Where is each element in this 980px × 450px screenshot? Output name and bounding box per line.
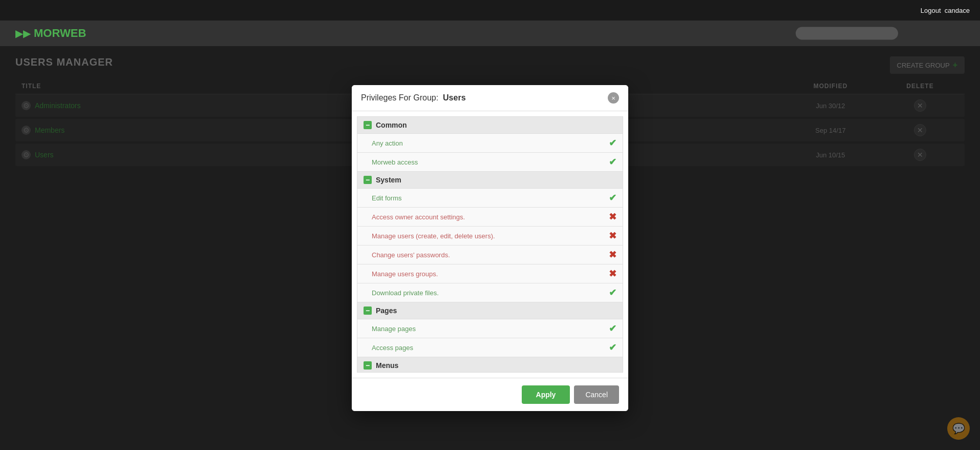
top-bar: Logout candace [0,0,980,21]
section-minus-icon[interactable]: − [364,306,372,315]
privileges-modal: Privileges For Group: Users × − Common A… [352,85,628,411]
cancel-button[interactable]: Cancel [574,385,619,404]
privilege-label: Download private files. [372,289,439,297]
cross-icon: ✖ [609,249,616,260]
logo-text-1: MOR [34,27,60,39]
section-header: − Menus [357,357,623,373]
username-label: candace [945,7,970,14]
search-input[interactable] [796,27,898,40]
privilege-item[interactable]: Download private files. ✔ [357,283,623,302]
privilege-item[interactable]: Any action ✔ [357,134,623,153]
privileges-list[interactable]: − Common Any action ✔ Morweb access ✔ − … [357,116,623,373]
check-icon: ✔ [609,287,616,298]
nav-bar: ▶▶ MORWEB [0,21,980,46]
check-icon: ✔ [609,156,616,168]
check-icon: ✔ [609,342,616,353]
privilege-label: Access pages [372,344,413,352]
privilege-label: Change users' passwords. [372,251,450,259]
cross-icon: ✖ [609,230,616,241]
modal-body: − Common Any action ✔ Morweb access ✔ − … [352,111,628,378]
modal-title: Privileges For Group: Users [361,93,466,103]
privilege-item[interactable]: Access owner account settings. ✖ [357,208,623,227]
privilege-item[interactable]: Manage users groups. ✖ [357,264,623,283]
modal-close-button[interactable]: × [608,92,619,104]
section-name: Menus [376,361,398,370]
privilege-label: Manage users (create, edit, delete users… [372,232,495,240]
section-minus-icon[interactable]: − [364,176,372,184]
check-icon: ✔ [609,323,616,334]
cross-icon: ✖ [609,268,616,279]
section-minus-icon[interactable]: − [364,361,372,370]
privilege-item[interactable]: Manage pages ✔ [357,319,623,338]
section-header: − System [357,172,623,189]
modal-header: Privileges For Group: Users × [352,85,628,111]
modal-overlay: Privileges For Group: Users × − Common A… [0,46,980,450]
cross-icon: ✖ [609,211,616,222]
check-icon: ✔ [609,137,616,149]
main-content: USERS Manager CREATE GROUP + TITLE MODIF… [0,46,980,450]
section-name: System [376,176,401,184]
section-header: − Pages [357,302,623,319]
logo: ▶▶ MORWEB [15,27,86,40]
check-icon: ✔ [609,192,616,203]
privilege-item[interactable]: Manage users (create, edit, delete users… [357,227,623,246]
privilege-label: Manage users groups. [372,270,438,278]
logout-text: Logout candace [921,7,970,14]
privilege-item[interactable]: Morweb access ✔ [357,153,623,172]
privilege-label: Morweb access [372,158,418,166]
privilege-item[interactable]: Change users' passwords. ✖ [357,246,623,264]
privilege-item[interactable]: Access pages ✔ [357,338,623,357]
logo-text-2: WEB [60,27,86,39]
logout-label: Logout [921,7,941,14]
modal-group-name: Users [443,93,465,102]
privilege-item[interactable]: Edit forms ✔ [357,189,623,208]
modal-footer: Apply Cancel [352,378,628,411]
section-header: − Common [357,117,623,134]
modal-title-prefix: Privileges For Group: [361,93,438,102]
privilege-label: Manage pages [372,325,416,333]
apply-button[interactable]: Apply [522,385,570,404]
logo-text: MORWEB [34,27,86,40]
section-name: Pages [376,306,397,315]
privilege-label: Any action [372,139,403,147]
section-minus-icon[interactable]: − [364,121,372,129]
section-name: Common [376,121,407,129]
privilege-label: Access owner account settings. [372,213,465,221]
privilege-label: Edit forms [372,194,402,202]
logo-icon: ▶▶ [15,27,31,39]
